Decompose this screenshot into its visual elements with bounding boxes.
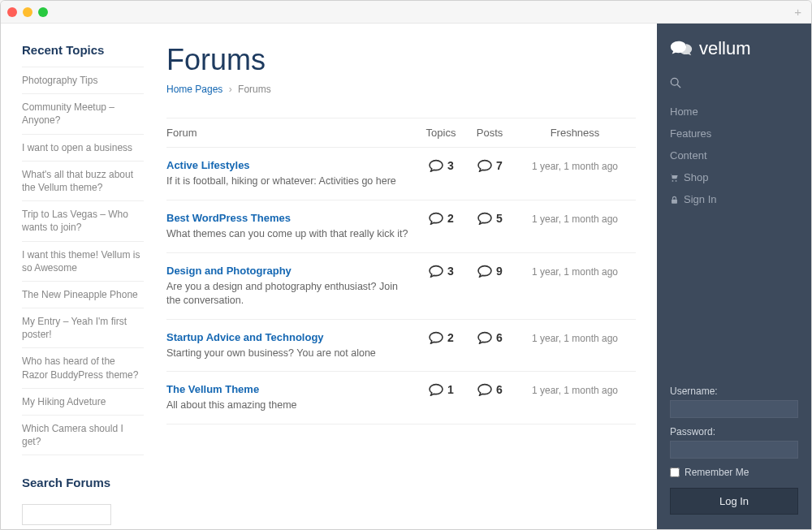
recent-topic-link[interactable]: I want to open a business <box>22 135 144 162</box>
forum-topics-stat: 1 <box>417 383 465 396</box>
content: Forums Home Pages › Forums Forum Topics … <box>160 43 636 497</box>
remember-row: Remember Me <box>670 467 798 478</box>
forum-posts-stat: 6 <box>465 383 514 396</box>
forum-info: The Vellum ThemeAll about this amazing t… <box>166 383 417 412</box>
breadcrumb-home-link[interactable]: Home Pages <box>166 84 222 95</box>
speech-bubble-icon <box>477 383 493 396</box>
col-header-posts: Posts <box>465 127 514 139</box>
forum-search-input[interactable] <box>22 504 111 525</box>
page-title: Forums <box>166 43 636 77</box>
remember-checkbox[interactable] <box>670 468 680 477</box>
recent-topic-link[interactable]: I want this theme! Vellum is so Awesome <box>22 242 144 282</box>
forum-title-link[interactable]: Startup Advice and Technology <box>166 331 408 343</box>
forum-topics-stat: 3 <box>417 265 465 278</box>
login-button[interactable]: Log In <box>670 488 798 515</box>
nav-item-features[interactable]: Features <box>670 123 798 144</box>
forum-row: Active LifestylesIf it is football, hiki… <box>166 148 636 200</box>
username-label: Username: <box>670 386 798 397</box>
nav-item-label: Sign In <box>684 193 716 205</box>
recent-topic-link[interactable]: Photography Tips <box>22 67 144 94</box>
remember-label: Remember Me <box>685 467 749 478</box>
forum-topics-stat: 2 <box>417 331 465 344</box>
forum-freshness: 1 year, 1 month ago <box>514 331 636 344</box>
speech-bubble-icon <box>428 212 444 225</box>
username-input[interactable] <box>670 400 798 418</box>
forum-title-link[interactable]: Best WordPress Themes <box>166 212 408 224</box>
breadcrumb-separator: › <box>229 84 232 95</box>
window-zoom-button[interactable] <box>38 7 48 17</box>
forum-description: Are you a design and photography enthusi… <box>166 280 408 308</box>
forum-info: Design and PhotographyAre you a design a… <box>166 265 417 308</box>
posts-count: 7 <box>496 159 503 172</box>
forum-posts-stat: 6 <box>465 331 514 344</box>
main-area: Recent Topics Photography Tips Community… <box>1 24 657 529</box>
forum-posts-stat: 5 <box>465 212 514 225</box>
recent-topic-link[interactable]: The New Pineapple Phone <box>22 282 144 308</box>
forum-title-link[interactable]: The Vellum Theme <box>166 383 408 395</box>
forum-title-link[interactable]: Design and Photography <box>166 265 408 277</box>
speech-bubble-icon <box>477 159 493 172</box>
svg-rect-4 <box>672 200 677 204</box>
forum-posts-stat: 7 <box>465 159 514 172</box>
forum-row: The Vellum ThemeAll about this amazing t… <box>166 372 636 424</box>
forum-topics-stat: 3 <box>417 159 465 172</box>
posts-count: 5 <box>496 212 503 225</box>
recent-topic-link[interactable]: Who has heard of the Razor BuddyPress th… <box>22 348 144 388</box>
nav-item-signin[interactable]: Sign In <box>670 188 798 210</box>
new-tab-button[interactable]: + <box>791 5 805 19</box>
recent-topic-link[interactable]: My Hiking Adveture <box>22 389 144 416</box>
forum-info: Startup Advice and TechnologyStarting yo… <box>166 331 417 360</box>
password-label: Password: <box>670 426 798 437</box>
search-icon <box>670 79 681 91</box>
recent-topic-link[interactable]: What's all that buzz about the Vellum th… <box>22 162 144 201</box>
topics-count: 2 <box>447 331 454 344</box>
forum-description: Starting your own business? You are not … <box>166 347 408 360</box>
forum-description: What themes can you come up with that re… <box>166 227 408 241</box>
forum-info: Best WordPress ThemesWhat themes can you… <box>166 212 417 241</box>
speech-bubbles-icon <box>670 40 693 58</box>
forum-title-link[interactable]: Active Lifestyles <box>166 159 408 171</box>
breadcrumb: Home Pages › Forums <box>166 84 636 95</box>
forum-row: Startup Advice and TechnologyStarting yo… <box>166 320 636 373</box>
recent-topic-link[interactable]: My Entry – Yeah I'm first poster! <box>22 308 144 348</box>
cart-icon <box>670 173 679 182</box>
speech-bubble-icon <box>428 331 444 344</box>
forum-freshness: 1 year, 1 month ago <box>514 159 636 172</box>
recent-topic-link[interactable]: Which Camera should I get? <box>22 416 144 455</box>
forum-table-header: Forum Topics Posts Freshness <box>166 118 636 148</box>
topics-count: 2 <box>447 212 454 225</box>
nav-list: Home Features Content Shop Sign In <box>670 101 798 210</box>
speech-bubble-icon <box>428 159 444 172</box>
speech-bubble-icon <box>428 265 444 278</box>
left-sidebar: Recent Topics Photography Tips Community… <box>22 43 160 497</box>
forum-posts-stat: 9 <box>465 265 514 278</box>
browser-window: + Recent Topics Photography Tips Communi… <box>0 0 812 530</box>
forum-info: Active LifestylesIf it is football, hiki… <box>166 159 417 188</box>
recent-topic-link[interactable]: Community Meetup – Anyone? <box>22 94 144 134</box>
forum-description: If it is football, hiking or whatever: A… <box>166 175 408 188</box>
brand-name: vellum <box>699 38 751 59</box>
topics-count: 3 <box>447 159 454 172</box>
svg-point-2 <box>672 180 674 182</box>
nav-item-home[interactable]: Home <box>670 101 798 123</box>
window-minimize-button[interactable] <box>23 7 32 17</box>
topics-count: 1 <box>447 383 454 396</box>
nav-item-content[interactable]: Content <box>670 144 798 166</box>
viewport: Recent Topics Photography Tips Community… <box>1 24 811 529</box>
recent-topic-link[interactable]: Trip to Las Vegas – Who wants to join? <box>22 201 144 241</box>
posts-count: 6 <box>496 383 503 396</box>
password-input[interactable] <box>670 441 798 459</box>
breadcrumb-current: Forums <box>238 84 271 95</box>
login-block: Username: Password: Remember Me Log In <box>670 386 798 515</box>
col-header-freshness: Freshness <box>514 127 636 139</box>
window-close-button[interactable] <box>7 7 17 17</box>
col-header-forum: Forum <box>166 127 417 139</box>
nav-item-shop[interactable]: Shop <box>670 166 798 188</box>
search-forums-heading: Search Forums <box>22 476 144 489</box>
nav-search-button[interactable] <box>670 77 798 91</box>
posts-count: 9 <box>496 265 503 278</box>
speech-bubble-icon <box>477 212 493 225</box>
brand[interactable]: vellum <box>670 38 798 59</box>
right-sidebar: vellum Home Features Content Shop <box>657 24 811 529</box>
svg-point-0 <box>671 78 678 85</box>
